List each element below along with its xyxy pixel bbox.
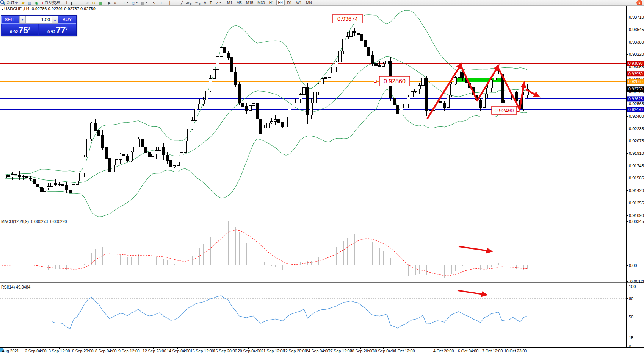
timeframe-button-D1[interactable]: D1: [285, 0, 294, 6]
chart-marker-icon: ▴: [2, 8, 3, 11]
svg-text:0.91255: 0.91255: [629, 201, 644, 205]
equidistant-channel-button[interactable]: ▱E: [185, 0, 193, 6]
text-label-icon: T: [210, 1, 212, 5]
svg-text:0.92860: 0.92860: [628, 79, 643, 84]
cursor-button[interactable]: ↖: [151, 0, 157, 6]
zoom-out-button[interactable]: ⊖: [91, 0, 97, 6]
timeframe-button-W1[interactable]: W1: [294, 0, 304, 6]
periods-button[interactable]: ◷▾: [130, 0, 139, 6]
svg-text:0.93380: 0.93380: [629, 40, 644, 44]
toolbar-separator: [105, 1, 105, 5]
auto-trading-icon: ◐: [42, 1, 44, 5]
signals-icon[interactable]: ◉: [33, 0, 40, 6]
chevron-down-icon[interactable]: ▾: [146, 1, 147, 4]
chevron-down-icon[interactable]: ▾: [127, 1, 128, 4]
icon-subscript: F: [199, 3, 201, 5]
buy-price-button[interactable]: 0.92 77 9: [39, 24, 76, 35]
bar-chart-button[interactable]: ‖: [64, 0, 69, 6]
svg-text:0.92075: 0.92075: [629, 139, 644, 143]
sell-button[interactable]: SELL: [1, 16, 19, 24]
chevron-down-icon[interactable]: ▾: [220, 1, 221, 4]
timeframe-button-M1[interactable]: M1: [225, 0, 234, 6]
timeframe-button-H1[interactable]: H1: [267, 0, 276, 6]
svg-text:0.91745: 0.91745: [629, 164, 644, 168]
timeframe-button-M30[interactable]: M30: [255, 0, 266, 6]
volume-increase-button[interactable]: ▲: [52, 16, 58, 24]
templates-button[interactable]: ▤▾: [139, 0, 149, 6]
trendline-icon: ╱: [181, 1, 183, 5]
horizontal-level-lines[interactable]: [0, 63, 626, 109]
time-axis[interactable]: Aug 20212 Sep 04:003 Sep 12:006 Sep 20:0…: [0, 347, 527, 353]
green-resistance-band[interactable]: [457, 78, 505, 82]
price-chart-canvas[interactable]: 0.936740.928600.924900.937100.935450.933…: [0, 0, 644, 354]
arrows-button[interactable]: ↗▾: [214, 0, 223, 6]
new-order-button-label: 新订单: [7, 0, 18, 5]
indicators-button[interactable]: ＋▾: [121, 0, 130, 6]
timeframe-button-M15[interactable]: M15: [244, 0, 255, 6]
timeframe-button-H4[interactable]: H4: [276, 0, 285, 6]
tile-windows-button[interactable]: ▦: [97, 0, 103, 6]
trendline-button[interactable]: ╱: [179, 0, 185, 6]
svg-text:0.93710: 0.93710: [629, 15, 644, 19]
toolbar-separator: [119, 1, 119, 5]
market-watch-icon-icon: ▥: [28, 1, 31, 5]
volume-decrease-button[interactable]: ▼: [19, 16, 25, 24]
toolbar-separator: [83, 1, 83, 5]
macd-indicator-label: MACD(12,26,9) -0.000273 -0.000220: [1, 219, 67, 224]
svg-text:6 Sep 20:00: 6 Sep 20:00: [72, 349, 94, 353]
search-icon[interactable]: [0, 0, 5, 5]
text-button[interactable]: A: [202, 0, 208, 6]
auto-trading-button-label: 自动交易: [45, 0, 60, 5]
buy-button[interactable]: BUY: [58, 16, 76, 24]
svg-text:0.00: 0.00: [629, 263, 637, 268]
candlestick-chart-button[interactable]: ▮: [69, 0, 74, 6]
crosshair-button[interactable]: ＋: [158, 0, 165, 6]
svg-text:0.91585: 0.91585: [629, 176, 644, 180]
zoom-in-button[interactable]: ⊕: [84, 0, 90, 6]
svg-text:0.91910: 0.91910: [629, 151, 644, 156]
vertical-line-button[interactable]: │: [167, 0, 172, 6]
chart-shift-button[interactable]: »: [113, 0, 118, 6]
auto-scroll-button[interactable]: ▶: [107, 0, 113, 6]
svg-text:100: 100: [629, 284, 636, 289]
svg-text:14 Sep 04:00: 14 Sep 04:00: [167, 349, 191, 353]
chart-shift-icon: »: [114, 1, 117, 5]
candlestick-chart-icon: ▮: [71, 1, 73, 5]
notification-badge[interactable]: 1: [636, 0, 642, 5]
svg-text:21 Sep 12:00: 21 Sep 12:00: [261, 349, 285, 353]
svg-text:80: 80: [629, 296, 633, 301]
horizontal-line-button[interactable]: ─: [173, 0, 179, 6]
toolbar-right-group: 1: [636, 0, 644, 5]
volume-input[interactable]: 1.00: [25, 16, 52, 24]
svg-text:22 Sep 20:00: 22 Sep 20:00: [283, 349, 307, 353]
text-icon: A: [204, 1, 206, 5]
svg-text:12 Sep 23:00: 12 Sep 23:00: [143, 349, 166, 353]
price-axis[interactable]: 0.937100.935450.933800.932200.930550.928…: [626, 15, 644, 218]
timeframe-button-MN[interactable]: MN: [304, 0, 314, 6]
fibonacci-button[interactable]: ≣F: [193, 0, 202, 6]
sell-price-button[interactable]: 0.92 75 9: [2, 24, 38, 35]
line-chart-icon: ～: [76, 1, 80, 5]
annotation-band-layer[interactable]: [457, 78, 505, 82]
gold-icon[interactable]: ▰: [20, 0, 26, 6]
vertical-line-icon: │: [169, 1, 171, 5]
svg-text:15: 15: [629, 335, 633, 340]
line-chart-button[interactable]: ～: [75, 0, 81, 6]
text-label-button[interactable]: T: [208, 0, 213, 6]
svg-text:0.92235: 0.92235: [629, 126, 644, 131]
crosshair-icon: ＋: [159, 1, 163, 5]
mt4-window: { "toolbar": { "items": [ {"name":"new-o…: [0, 0, 644, 354]
timeframe-button-M5[interactable]: M5: [235, 0, 244, 6]
rsi-panel: [0, 296, 626, 338]
auto-trading-button[interactable]: ◐自动交易: [40, 0, 61, 6]
macd-arrow: [459, 246, 490, 251]
svg-text:0.93098: 0.93098: [628, 61, 643, 65]
svg-text:0.92759: 0.92759: [628, 87, 643, 91]
rsi-indicator-label: RSI(14) 49.0484: [1, 285, 30, 289]
chevron-down-icon[interactable]: ▾: [136, 1, 138, 4]
market-watch-icon[interactable]: ▥: [27, 0, 33, 6]
fibonacci-icon: ≣: [195, 1, 198, 5]
svg-text:0.91420: 0.91420: [629, 188, 644, 193]
cursor-icon: ↖: [153, 1, 156, 5]
svg-text:24 Sep 04:00: 24 Sep 04:00: [306, 349, 330, 353]
